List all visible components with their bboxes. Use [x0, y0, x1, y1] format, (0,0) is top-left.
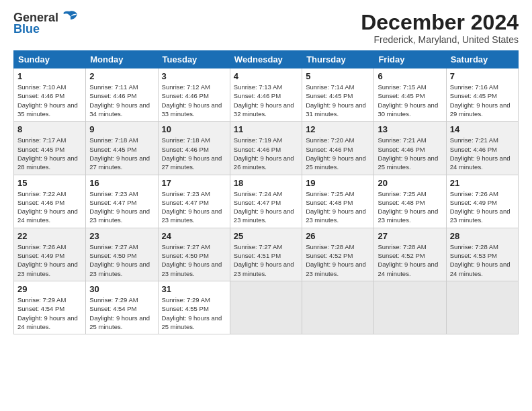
day-number: 24	[162, 231, 226, 241]
calendar-header-tuesday: Tuesday	[158, 51, 230, 68]
day-number: 3	[162, 71, 226, 81]
day-number: 30	[89, 284, 154, 294]
calendar-header-sunday: Sunday	[14, 51, 86, 68]
day-info: Sunrise: 7:19 AM Sunset: 4:46 PM Dayligh…	[234, 136, 298, 171]
calendar-cell: 9Sunrise: 7:18 AM Sunset: 4:45 PM Daylig…	[86, 122, 158, 175]
day-info: Sunrise: 7:24 AM Sunset: 4:47 PM Dayligh…	[234, 189, 298, 225]
day-number: 19	[306, 178, 370, 188]
day-number: 5	[306, 71, 370, 81]
page: General Blue December 2024 Frederick, Ma…	[0, 0, 532, 411]
day-number: 10	[162, 124, 226, 134]
day-info: Sunrise: 7:21 AM Sunset: 4:46 PM Dayligh…	[378, 136, 442, 171]
day-number: 23	[89, 231, 154, 241]
day-number: 28	[450, 231, 515, 241]
day-info: Sunrise: 7:21 AM Sunset: 4:46 PM Dayligh…	[450, 136, 515, 171]
calendar-cell: 14Sunrise: 7:21 AM Sunset: 4:46 PM Dayli…	[446, 122, 518, 175]
subtitle: Frederick, Maryland, United States	[361, 34, 519, 45]
day-info: Sunrise: 7:22 AM Sunset: 4:46 PM Dayligh…	[17, 189, 82, 225]
day-number: 15	[17, 178, 82, 188]
calendar-cell: 27Sunrise: 7:28 AM Sunset: 4:52 PM Dayli…	[374, 228, 446, 281]
day-info: Sunrise: 7:14 AM Sunset: 4:45 PM Dayligh…	[306, 83, 370, 118]
day-number: 7	[450, 71, 515, 81]
calendar-cell: 2Sunrise: 7:11 AM Sunset: 4:46 PM Daylig…	[86, 68, 158, 122]
day-number: 20	[378, 178, 442, 188]
calendar-week-row: 22Sunrise: 7:26 AM Sunset: 4:49 PM Dayli…	[14, 228, 519, 281]
calendar-cell: 24Sunrise: 7:27 AM Sunset: 4:50 PM Dayli…	[158, 228, 230, 281]
day-number: 13	[378, 124, 442, 134]
main-title: December 2024	[361, 11, 519, 34]
day-number: 14	[450, 124, 515, 134]
day-info: Sunrise: 7:27 AM Sunset: 4:51 PM Dayligh…	[234, 242, 298, 278]
calendar-cell: 17Sunrise: 7:23 AM Sunset: 4:47 PM Dayli…	[158, 175, 230, 228]
day-number: 2	[89, 71, 154, 81]
day-number: 18	[234, 178, 298, 188]
calendar-cell: 13Sunrise: 7:21 AM Sunset: 4:46 PM Dayli…	[374, 122, 446, 175]
calendar-week-row: 8Sunrise: 7:17 AM Sunset: 4:45 PM Daylig…	[14, 122, 519, 175]
calendar-cell: 22Sunrise: 7:26 AM Sunset: 4:49 PM Dayli…	[14, 228, 86, 281]
calendar-cell: 3Sunrise: 7:12 AM Sunset: 4:46 PM Daylig…	[158, 68, 230, 122]
day-info: Sunrise: 7:29 AM Sunset: 4:54 PM Dayligh…	[89, 295, 154, 331]
day-info: Sunrise: 7:23 AM Sunset: 4:47 PM Dayligh…	[162, 189, 226, 225]
calendar-cell: 19Sunrise: 7:25 AM Sunset: 4:48 PM Dayli…	[302, 175, 374, 228]
day-number: 22	[17, 231, 82, 241]
calendar-cell: 11Sunrise: 7:19 AM Sunset: 4:46 PM Dayli…	[230, 122, 302, 175]
calendar-cell	[446, 281, 518, 334]
calendar-cell: 18Sunrise: 7:24 AM Sunset: 4:47 PM Dayli…	[230, 175, 302, 228]
calendar-cell: 15Sunrise: 7:22 AM Sunset: 4:46 PM Dayli…	[14, 175, 86, 228]
calendar-cell: 6Sunrise: 7:15 AM Sunset: 4:45 PM Daylig…	[374, 68, 446, 122]
calendar-header-monday: Monday	[86, 51, 158, 68]
day-number: 11	[234, 124, 298, 134]
calendar-cell: 1Sunrise: 7:10 AM Sunset: 4:46 PM Daylig…	[14, 68, 86, 122]
day-number: 29	[17, 284, 82, 294]
day-info: Sunrise: 7:18 AM Sunset: 4:46 PM Dayligh…	[162, 136, 226, 171]
calendar: SundayMondayTuesdayWednesdayThursdayFrid…	[13, 50, 519, 334]
day-info: Sunrise: 7:28 AM Sunset: 4:52 PM Dayligh…	[378, 242, 442, 278]
day-info: Sunrise: 7:25 AM Sunset: 4:48 PM Dayligh…	[378, 189, 442, 225]
calendar-cell: 10Sunrise: 7:18 AM Sunset: 4:46 PM Dayli…	[158, 122, 230, 175]
day-info: Sunrise: 7:25 AM Sunset: 4:48 PM Dayligh…	[306, 189, 370, 225]
day-number: 25	[234, 231, 298, 241]
day-number: 27	[378, 231, 442, 241]
calendar-cell: 20Sunrise: 7:25 AM Sunset: 4:48 PM Dayli…	[374, 175, 446, 228]
calendar-cell: 12Sunrise: 7:20 AM Sunset: 4:46 PM Dayli…	[302, 122, 374, 175]
day-number: 4	[234, 71, 298, 81]
calendar-cell: 5Sunrise: 7:14 AM Sunset: 4:45 PM Daylig…	[302, 68, 374, 122]
header-area: General Blue December 2024 Frederick, Ma…	[13, 11, 519, 45]
day-number: 9	[89, 124, 154, 134]
calendar-cell	[302, 281, 374, 334]
day-number: 26	[306, 231, 370, 241]
day-info: Sunrise: 7:23 AM Sunset: 4:47 PM Dayligh…	[89, 189, 154, 225]
title-area: December 2024 Frederick, Maryland, Unite…	[361, 11, 519, 45]
logo-blue: Blue	[13, 22, 40, 36]
calendar-week-row: 1Sunrise: 7:10 AM Sunset: 4:46 PM Daylig…	[14, 68, 519, 122]
calendar-cell: 31Sunrise: 7:29 AM Sunset: 4:55 PM Dayli…	[158, 281, 230, 334]
day-info: Sunrise: 7:10 AM Sunset: 4:46 PM Dayligh…	[17, 83, 82, 118]
calendar-cell: 21Sunrise: 7:26 AM Sunset: 4:49 PM Dayli…	[446, 175, 518, 228]
calendar-week-row: 15Sunrise: 7:22 AM Sunset: 4:46 PM Dayli…	[14, 175, 519, 228]
logo-bird-icon	[60, 10, 79, 25]
day-number: 21	[450, 178, 515, 188]
day-number: 17	[162, 178, 226, 188]
calendar-header-thursday: Thursday	[302, 51, 374, 68]
calendar-cell: 30Sunrise: 7:29 AM Sunset: 4:54 PM Dayli…	[86, 281, 158, 334]
calendar-cell: 16Sunrise: 7:23 AM Sunset: 4:47 PM Dayli…	[86, 175, 158, 228]
calendar-cell: 23Sunrise: 7:27 AM Sunset: 4:50 PM Dayli…	[86, 228, 158, 281]
calendar-cell: 7Sunrise: 7:16 AM Sunset: 4:45 PM Daylig…	[446, 68, 518, 122]
calendar-cell: 28Sunrise: 7:28 AM Sunset: 4:53 PM Dayli…	[446, 228, 518, 281]
calendar-header-wednesday: Wednesday	[230, 51, 302, 68]
day-info: Sunrise: 7:27 AM Sunset: 4:50 PM Dayligh…	[89, 242, 154, 278]
calendar-cell: 4Sunrise: 7:13 AM Sunset: 4:46 PM Daylig…	[230, 68, 302, 122]
calendar-header-saturday: Saturday	[446, 51, 518, 68]
calendar-cell: 8Sunrise: 7:17 AM Sunset: 4:45 PM Daylig…	[14, 122, 86, 175]
day-info: Sunrise: 7:11 AM Sunset: 4:46 PM Dayligh…	[89, 83, 154, 118]
day-number: 1	[17, 71, 82, 81]
calendar-cell	[230, 281, 302, 334]
day-number: 8	[17, 124, 82, 134]
day-number: 6	[378, 71, 442, 81]
day-number: 16	[89, 178, 154, 188]
day-info: Sunrise: 7:12 AM Sunset: 4:46 PM Dayligh…	[162, 83, 226, 118]
calendar-cell	[374, 281, 446, 334]
day-info: Sunrise: 7:26 AM Sunset: 4:49 PM Dayligh…	[17, 242, 82, 278]
day-info: Sunrise: 7:27 AM Sunset: 4:50 PM Dayligh…	[162, 242, 226, 278]
day-info: Sunrise: 7:20 AM Sunset: 4:46 PM Dayligh…	[306, 136, 370, 171]
